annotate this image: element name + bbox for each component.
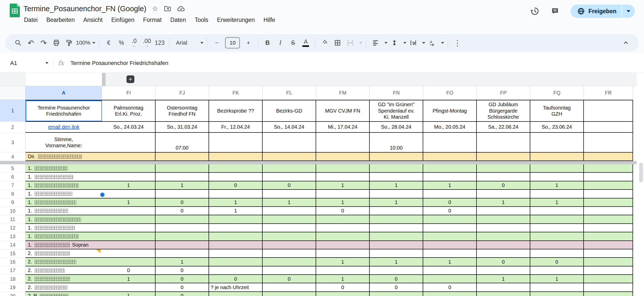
cell-A6[interactable]: 1. <box>25 173 102 181</box>
column-header-FI[interactable]: FI <box>102 86 156 100</box>
cell-FL13[interactable] <box>263 232 316 241</box>
cell-FK11[interactable] <box>209 215 263 224</box>
row-header-17[interactable]: 17 <box>0 266 25 275</box>
cell-FO19[interactable]: 0 <box>423 283 477 292</box>
cell-FO10[interactable]: 0 <box>423 207 477 215</box>
cell-FM11[interactable] <box>316 215 370 224</box>
cell-FQ11[interactable] <box>530 215 584 224</box>
cell-FK7[interactable]: 0 <box>209 181 263 190</box>
cell-FI3[interactable] <box>102 133 156 153</box>
cell-FR5[interactable] <box>584 164 633 173</box>
format-percent-button[interactable]: % <box>115 37 127 49</box>
cell-FQ8[interactable] <box>530 190 584 198</box>
cell-FQ7[interactable]: 1 <box>530 181 584 190</box>
cell-FL2[interactable]: So., 14.04.24 <box>263 122 316 133</box>
cell-FI2[interactable]: So., 24.03.24 <box>102 122 156 133</box>
cell-A19[interactable]: 2. <box>25 283 102 292</box>
cell-FM6[interactable] <box>316 173 370 181</box>
cell-FQ19[interactable] <box>530 283 584 292</box>
cell-FQ10[interactable] <box>530 207 584 215</box>
borders-button[interactable] <box>332 37 343 49</box>
row-header-18[interactable]: 18 <box>0 275 25 283</box>
star-icon[interactable]: ☆ <box>152 5 158 13</box>
cell-FR6[interactable] <box>584 173 633 181</box>
column-header-FQ[interactable]: FQ <box>530 86 584 100</box>
share-button-main[interactable]: Freigeben <box>571 5 622 18</box>
share-button[interactable]: Freigeben <box>571 5 635 18</box>
doc-title[interactable]: Termine_Posaunenchor_FN (Google) <box>23 5 146 13</box>
cell-FN20[interactable] <box>370 292 423 296</box>
share-dropdown-button[interactable] <box>622 5 635 18</box>
cell-FL9[interactable]: 1 <box>263 198 316 207</box>
cell-FJ20[interactable]: 0 <box>156 292 209 296</box>
cell-FP13[interactable] <box>477 232 530 241</box>
cell-FM19[interactable]: 0 <box>316 283 370 292</box>
text-rotation-button[interactable]: A <box>426 37 438 49</box>
frozen-row-divider[interactable] <box>0 161 637 164</box>
cell-FM18[interactable]: 1 <box>316 275 370 283</box>
cell-FN11[interactable] <box>370 215 423 224</box>
paint-format-button[interactable] <box>63 37 75 49</box>
menu-item-tools[interactable]: Tools <box>191 15 212 25</box>
row-header-16[interactable]: 16 <box>0 258 25 266</box>
cell-FO1[interactable]: Pfingst-Montag <box>423 100 477 122</box>
redo-button[interactable]: ↷ <box>38 37 49 49</box>
cell-FK12[interactable] <box>209 224 263 232</box>
cell-FQ14[interactable] <box>530 241 584 249</box>
cell-FJ12[interactable] <box>156 224 209 232</box>
cell-FN2[interactable]: So., 28.04.24 <box>370 122 423 133</box>
cell-FP14[interactable] <box>477 241 530 249</box>
fill-color-button[interactable] <box>319 37 331 49</box>
row-header-8[interactable]: 8 <box>0 190 25 198</box>
cell-FQ13[interactable] <box>530 232 584 241</box>
text-rotation-dropdown-icon[interactable] <box>441 42 444 44</box>
row-header-7[interactable]: 7 <box>0 181 25 190</box>
cell-FJ18[interactable]: 0 <box>156 275 209 283</box>
cell-FJ15[interactable] <box>156 249 209 258</box>
cell-FR14[interactable] <box>584 241 633 249</box>
expand-hidden-columns-button[interactable]: + <box>126 75 134 83</box>
column-header-FR[interactable]: FR <box>584 86 633 100</box>
cell-A15[interactable]: 2. <box>25 249 102 258</box>
cell-FK5[interactable] <box>209 164 263 173</box>
menu-item-ansicht[interactable]: Ansicht <box>80 15 106 25</box>
cell-FN10[interactable] <box>370 207 423 215</box>
cell-FR18[interactable] <box>584 275 633 283</box>
cell-FR1[interactable] <box>584 100 633 122</box>
cell-FO12[interactable] <box>423 224 477 232</box>
formula-input[interactable]: Termine Posaunenchor Friedrichshafen <box>70 60 168 66</box>
cell-FR20[interactable] <box>584 292 633 296</box>
link-text[interactable]: email den link <box>48 124 79 130</box>
cell-FL12[interactable] <box>263 224 316 232</box>
cell-FQ2[interactable]: So., 23.06.24 <box>530 122 584 133</box>
menu-item-datei[interactable]: Datei <box>20 15 41 25</box>
cell-A7[interactable]: 1. <box>25 181 102 190</box>
cell-FR9[interactable] <box>584 198 633 207</box>
cell-FM10[interactable]: 0 <box>316 207 370 215</box>
cell-FO8[interactable] <box>423 190 477 198</box>
menu-item-hilfe[interactable]: Hilfe <box>260 15 279 25</box>
cell-FI14[interactable] <box>102 241 156 249</box>
cell-FM5[interactable] <box>316 164 370 173</box>
cell-FR3[interactable] <box>584 133 633 153</box>
cell-FL18[interactable]: 0 <box>263 275 316 283</box>
cell-FO9[interactable]: 0 <box>423 198 477 207</box>
cell-FP4[interactable] <box>477 153 530 161</box>
row-header-12[interactable]: 12 <box>0 224 25 232</box>
cell-FJ17[interactable]: 0 <box>156 266 209 275</box>
cell-FM7[interactable]: 1 <box>316 181 370 190</box>
cell-FR12[interactable] <box>584 224 633 232</box>
row-header-14[interactable]: 14 <box>0 241 25 249</box>
cell-FI6[interactable] <box>102 173 156 181</box>
cell-A11[interactable]: 1. <box>25 215 102 224</box>
row-header-15[interactable]: 15 <box>0 249 25 258</box>
cell-FI16[interactable] <box>102 258 156 266</box>
italic-button[interactable]: I <box>274 37 286 49</box>
cell-FP2[interactable]: Sa., 22.06.24 <box>477 122 530 133</box>
cell-FP1[interactable]: GD Jubiläum Bürgergarde Schlosskirche <box>477 100 530 122</box>
cell-FR19[interactable] <box>584 283 633 292</box>
move-folder-icon[interactable] <box>164 5 171 12</box>
cell-FP11[interactable] <box>477 215 530 224</box>
cell-A2[interactable]: email den link <box>25 122 102 133</box>
cell-FJ8[interactable] <box>156 190 209 198</box>
